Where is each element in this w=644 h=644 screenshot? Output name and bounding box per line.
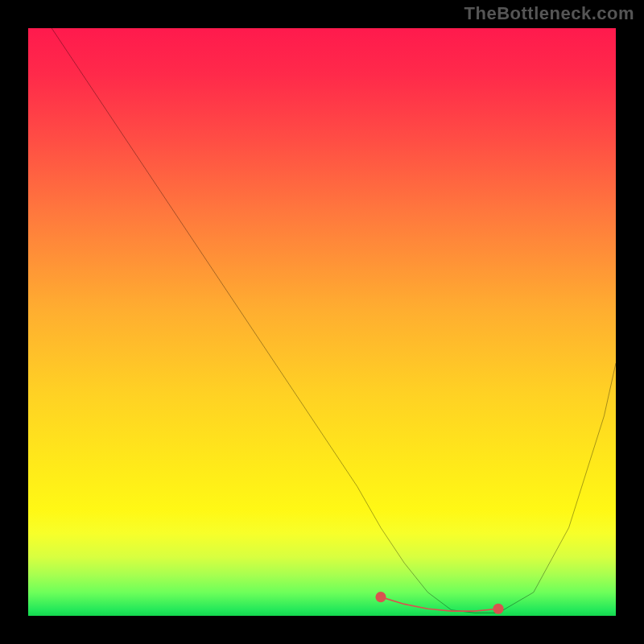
chart-frame: TheBottleneck.com: [0, 0, 644, 644]
optimal-range-highlight: [28, 28, 616, 616]
svg-point-1: [493, 604, 503, 614]
plot-area: [28, 28, 616, 616]
watermark-text: TheBottleneck.com: [464, 3, 634, 24]
svg-point-0: [375, 592, 386, 602]
